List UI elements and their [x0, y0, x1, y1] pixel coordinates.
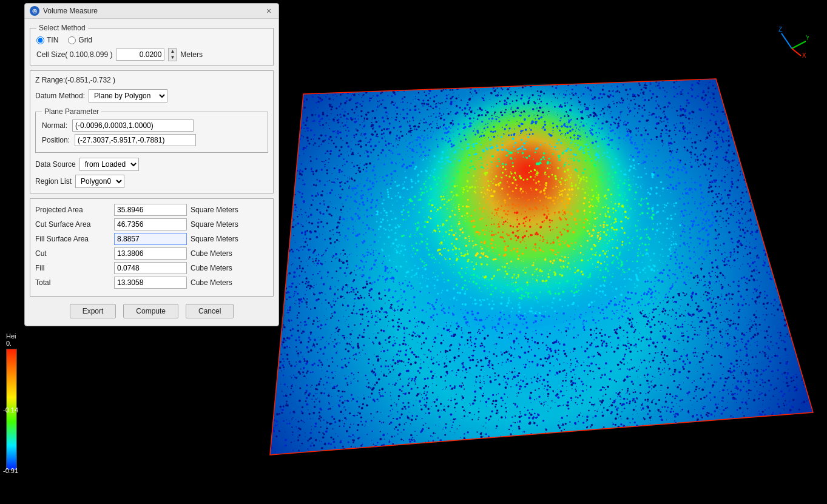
projected-area-input[interactable] [114, 204, 187, 216]
plane-parameter-legend: Plane Parameter [42, 107, 101, 116]
projected-area-row: Projected Area Square Meters [35, 204, 268, 216]
region-list-select[interactable]: Polygon0 Polygon1 [75, 175, 124, 188]
data-source-select[interactable]: from Loaded from File [79, 158, 139, 171]
svg-text:Z: Z [778, 26, 782, 33]
cut-surface-area-label: Cut Surface Area [35, 220, 114, 229]
method-row: TIN Grid [36, 36, 267, 44]
dialog-title-left: ◎ Volume Measure [30, 6, 98, 16]
svg-line-4 [792, 49, 801, 56]
volume-measure-dialog: ◎ Volume Measure × Select Method TIN Gri… [24, 3, 279, 326]
total-input[interactable] [114, 277, 187, 289]
cell-size-input[interactable] [116, 49, 164, 61]
select-method-fieldset: Select Method TIN Grid Cell Size( 0.100,… [30, 24, 274, 66]
region-list-row: Region List Polygon0 Polygon1 [35, 175, 268, 188]
spinner-up-button[interactable]: ▲ [169, 49, 176, 55]
grid-radio-label[interactable]: Grid [68, 36, 92, 44]
svg-line-0 [781, 33, 792, 49]
z-range-text: Z Range:(-0.851,-0.732 ) [35, 76, 115, 84]
projected-area-label: Projected Area [35, 206, 114, 214]
cell-size-spinner[interactable]: ▲ ▼ [168, 48, 177, 61]
normal-row: Normal: [42, 119, 262, 132]
fill-surface-area-label: Fill Surface Area [35, 235, 114, 243]
svg-line-2 [792, 41, 806, 49]
total-label: Total [35, 278, 114, 287]
dialog-titlebar: ◎ Volume Measure × [25, 4, 278, 19]
cut-surface-area-input[interactable] [114, 218, 187, 230]
cut-label: Cut [35, 249, 114, 258]
fill-surface-area-row: Fill Surface Area Square Meters [35, 233, 268, 245]
fill-row: Fill Cube Meters [35, 262, 268, 274]
datum-method-select[interactable]: Plane by Polygon Best Fit Plane Average … [89, 89, 167, 102]
fill-label: Fill [35, 264, 114, 272]
dialog-body: Select Method TIN Grid Cell Size( 0.100,… [25, 19, 278, 326]
cut-unit: Cube Meters [191, 249, 232, 258]
cell-size-row: Cell Size( 0.100,8.099 ) ▲ ▼ Meters [36, 48, 267, 61]
results-section: Projected Area Square Meters Cut Surface… [30, 198, 274, 297]
normal-input[interactable] [72, 119, 194, 132]
legend-bot-value: -0.91 [3, 467, 18, 474]
fill-input[interactable] [114, 262, 187, 274]
cut-input[interactable] [114, 247, 187, 260]
total-row: Total Cube Meters [35, 277, 268, 289]
cut-row: Cut Cube Meters [35, 247, 268, 260]
cut-surface-area-row: Cut Surface Area Square Meters [35, 218, 268, 230]
select-method-legend: Select Method [36, 24, 88, 32]
z-range-row: Z Range:(-0.851,-0.732 ) [35, 76, 268, 84]
data-source-label: Data Source [35, 160, 76, 169]
export-button[interactable]: Export [70, 304, 116, 318]
data-source-row: Data Source from Loaded from File [35, 158, 268, 171]
dialog-icon: ◎ [30, 6, 39, 16]
fill-unit: Cube Meters [191, 264, 232, 272]
spinner-down-button[interactable]: ▼ [169, 55, 176, 61]
compute-button[interactable]: Compute [123, 304, 178, 318]
datum-row: Datum Method: Plane by Polygon Best Fit … [35, 89, 268, 102]
close-button[interactable]: × [264, 6, 274, 16]
projected-area-unit: Square Meters [191, 206, 238, 214]
plane-parameter-fieldset: Plane Parameter Normal: Position: [35, 107, 268, 153]
cut-surface-area-unit: Square Meters [191, 220, 238, 229]
axes-indicator: Z Y X [775, 24, 809, 58]
legend-title: Hei 0. [6, 332, 16, 347]
position-input[interactable] [75, 134, 196, 146]
cancel-button[interactable]: Cancel [186, 304, 234, 318]
datum-method-label: Datum Method: [35, 92, 85, 100]
position-label: Position: [42, 136, 70, 144]
cell-size-label: Cell Size( 0.100,8.099 ) [36, 50, 112, 59]
params-section: Z Range:(-0.851,-0.732 ) Datum Method: P… [30, 70, 274, 193]
svg-text:Y: Y [806, 35, 809, 41]
fill-surface-area-unit: Square Meters [191, 235, 238, 243]
normal-label: Normal: [42, 121, 67, 130]
tin-radio[interactable] [36, 36, 44, 44]
dialog-title: Volume Measure [43, 7, 98, 15]
buttons-row: Export Compute Cancel [30, 301, 274, 321]
svg-text:X: X [802, 52, 806, 58]
legend-mid-value: -0.14 [3, 406, 18, 414]
grid-radio[interactable] [68, 36, 76, 44]
cell-size-unit: Meters [180, 50, 203, 59]
position-row: Position: [42, 134, 262, 146]
fill-surface-area-input[interactable] [114, 233, 187, 245]
region-list-label: Region List [35, 177, 72, 186]
tin-radio-label[interactable]: TIN [36, 36, 58, 44]
total-unit: Cube Meters [191, 278, 232, 287]
